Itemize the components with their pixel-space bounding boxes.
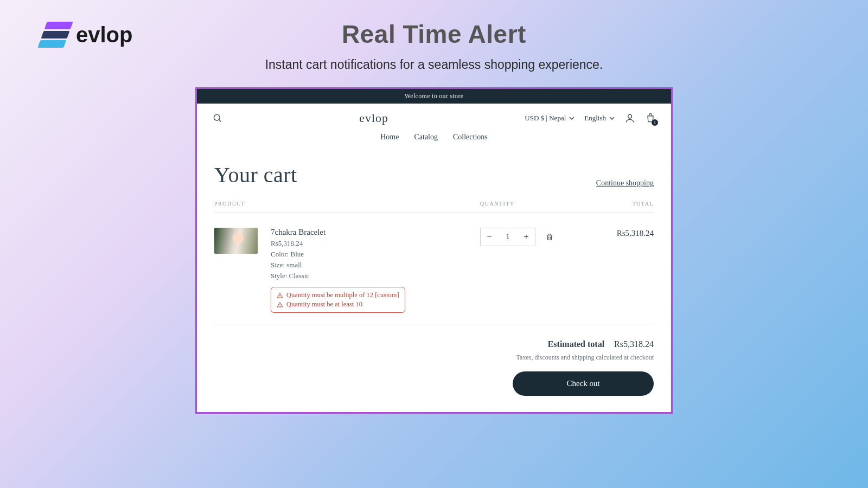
store-screenshot: Welcome to our store evlop USD $ | Nepal… bbox=[195, 87, 673, 414]
alert-message-2: Quantity must be at least 10 bbox=[286, 300, 362, 309]
checkout-button[interactable]: Check out bbox=[513, 371, 654, 396]
warning-icon bbox=[277, 292, 283, 299]
store-logo[interactable]: evlop bbox=[359, 111, 388, 125]
qty-input[interactable] bbox=[498, 233, 518, 241]
chevron-down-icon bbox=[569, 115, 575, 121]
search-icon[interactable] bbox=[212, 113, 223, 124]
currency-selector[interactable]: USD $ | Nepal bbox=[525, 114, 575, 123]
col-product: PRODUCT bbox=[214, 201, 480, 207]
nav-home[interactable]: Home bbox=[380, 133, 399, 142]
col-quantity: QUANTITY bbox=[480, 201, 578, 207]
nav-collections[interactable]: Collections bbox=[453, 133, 488, 142]
brand-mark bbox=[37, 22, 73, 48]
brand-logo: evlop bbox=[42, 22, 132, 48]
qty-increase-button[interactable]: + bbox=[518, 232, 535, 242]
line-total: Rs5,318.24 bbox=[578, 228, 654, 238]
currency-label: USD $ | Nepal bbox=[525, 114, 566, 123]
cart-icon[interactable]: 1 bbox=[645, 113, 656, 124]
product-price: Rs5,318.24 bbox=[271, 239, 405, 248]
svg-line-1 bbox=[219, 120, 221, 122]
svg-point-0 bbox=[214, 114, 220, 120]
hero-subtitle: Instant cart notifications for a seamles… bbox=[0, 57, 868, 72]
tax-note: Taxes, discounts and shipping calculated… bbox=[214, 354, 654, 362]
product-style: Style: Classic bbox=[271, 272, 405, 280]
page-title: Your cart bbox=[214, 162, 297, 188]
cart-count-badge: 1 bbox=[652, 119, 658, 126]
product-thumbnail[interactable] bbox=[214, 228, 258, 254]
account-icon[interactable] bbox=[624, 113, 635, 124]
product-size: Size: small bbox=[271, 261, 405, 269]
chevron-down-icon bbox=[609, 115, 615, 121]
cart-line-item: 7chakra Bracelet Rs5,318.24 Color: Blue … bbox=[214, 213, 654, 325]
language-selector[interactable]: English bbox=[584, 114, 615, 123]
svg-point-6 bbox=[280, 306, 280, 306]
brand-wordmark: evlop bbox=[76, 23, 132, 47]
estimated-total-value: Rs5,318.24 bbox=[614, 339, 654, 349]
svg-point-2 bbox=[628, 114, 632, 118]
product-color: Color: Blue bbox=[271, 250, 405, 259]
product-title[interactable]: 7chakra Bracelet bbox=[271, 228, 405, 237]
warning-icon bbox=[277, 301, 283, 308]
quantity-stepper: − + bbox=[480, 228, 535, 246]
nav-catalog[interactable]: Catalog bbox=[414, 133, 438, 142]
announcement-bar: Welcome to our store bbox=[197, 89, 671, 104]
language-label: English bbox=[584, 114, 606, 123]
col-total: TOTAL bbox=[578, 201, 654, 207]
estimated-total-label: Estimated total bbox=[548, 339, 604, 349]
main-nav: Home Catalog Collections bbox=[197, 129, 671, 149]
continue-shopping-link[interactable]: Continue shopping bbox=[596, 179, 654, 188]
svg-point-4 bbox=[280, 297, 280, 297]
trash-icon bbox=[545, 233, 554, 241]
validation-alert: Quantity must be multiple of 12 [custom]… bbox=[271, 287, 405, 313]
alert-message-1: Quantity must be multiple of 12 [custom] bbox=[286, 291, 399, 299]
qty-decrease-button[interactable]: − bbox=[481, 232, 498, 242]
remove-item-button[interactable] bbox=[545, 233, 554, 241]
